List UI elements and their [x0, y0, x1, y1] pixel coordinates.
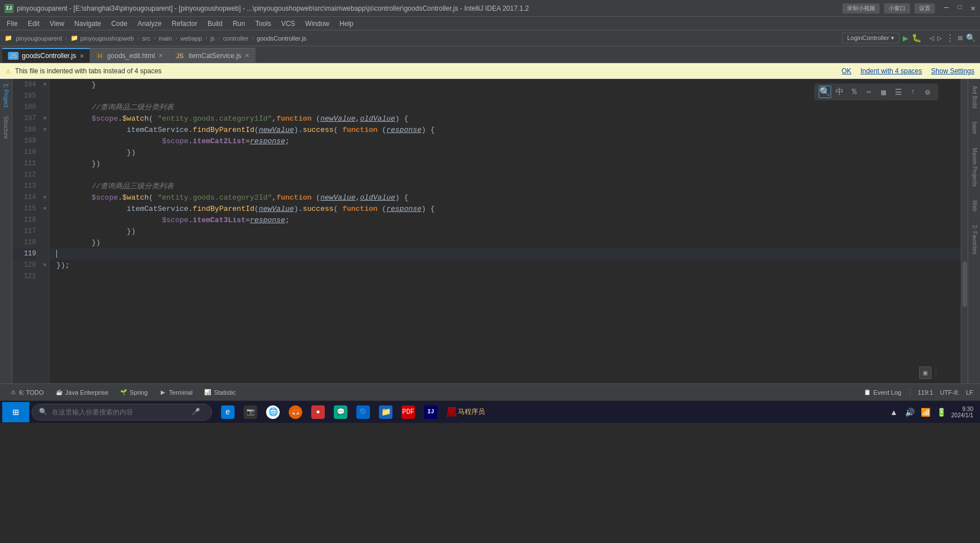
warning-actions: OK Indent with 4 spaces Show Settings	[842, 67, 974, 75]
run-button[interactable]: ▶	[903, 33, 908, 44]
record-btn[interactable]: 录制小视频	[842, 3, 880, 14]
maximize-btn[interactable]: □	[957, 3, 961, 14]
fold-108[interactable]: ▼	[41, 124, 50, 135]
warn-ok[interactable]: OK	[842, 67, 851, 75]
settings-btn[interactable]: 设置	[915, 3, 935, 14]
bottom-right-icons: ▣ ⋮	[919, 367, 938, 379]
tool-list-icon[interactable]: ☰	[892, 86, 904, 98]
tray-clock[interactable]: 9:30 2024/1/1	[951, 406, 973, 418]
br-icon-1[interactable]: ▣	[919, 367, 932, 379]
taskbar-firefox[interactable]: 🦊	[284, 403, 307, 422]
tool-search-icon[interactable]: 🔍	[819, 86, 831, 98]
taskbar-app5[interactable]: 🔵	[352, 403, 374, 422]
fold-115[interactable]: ▼	[41, 203, 50, 214]
tool-cut-icon[interactable]: ✂	[863, 86, 875, 98]
status-spring[interactable]: 🌱 Spring	[115, 387, 152, 398]
taskbar-search-input[interactable]	[52, 408, 187, 416]
tray-up-icon[interactable]: ▲	[888, 407, 899, 418]
breadcrumb-nav-fwd[interactable]: ▷	[937, 33, 942, 43]
tab-goodsedit[interactable]: H goods_edit.html ✕	[90, 48, 169, 63]
status-todo[interactable]: ⚠ 6: TODO	[5, 387, 48, 398]
sidebar-label-project[interactable]: 1: Project	[2, 79, 10, 112]
status-eventlog[interactable]: 📋 Event Log	[859, 387, 906, 398]
bc-webapp[interactable]: webapp	[180, 35, 202, 42]
tab-itemcatservice[interactable]: JS itemCatService.js ✕	[169, 48, 255, 63]
menu-view[interactable]: View	[45, 19, 69, 29]
bc-controller[interactable]: controller	[223, 35, 248, 42]
search-icon[interactable]: 🔍	[966, 33, 975, 43]
start-button[interactable]: ⊞	[2, 402, 29, 422]
menu-navigate[interactable]: Navigate	[70, 19, 105, 29]
code-editor[interactable]: 🔍 中 % ✂ ▦ ☰ ↑ ⚙ } //查询商品二级分类列表 $scope.$w…	[50, 79, 961, 383]
sidebar-base[interactable]: base	[968, 115, 980, 141]
menu-code[interactable]: Code	[107, 19, 132, 29]
grid-view-icon[interactable]: ⊞	[958, 33, 963, 43]
fold-104[interactable]: ▼	[41, 79, 50, 90]
menu-window[interactable]: Window	[301, 19, 334, 29]
fold-114[interactable]: ▼	[41, 192, 50, 203]
code-line-119[interactable]	[50, 248, 961, 259]
sidebar-web[interactable]: Web	[968, 193, 980, 218]
taskbar-app3[interactable]: ●	[307, 403, 329, 422]
tab-close-goodsedit[interactable]: ✕	[158, 52, 163, 59]
bc-js[interactable]: js	[210, 35, 215, 42]
scroll-thumb[interactable]	[963, 262, 967, 307]
sidebar-antbuild[interactable]: Ant Build	[968, 79, 980, 115]
menu-run[interactable]: Run	[228, 19, 250, 29]
menu-edit[interactable]: Edit	[23, 19, 44, 29]
more-options-icon[interactable]: ⋮	[946, 33, 955, 44]
close-btn[interactable]: ✕	[971, 3, 975, 14]
tray-battery-icon[interactable]: 🔋	[935, 407, 947, 418]
minimize-btn[interactable]: ─	[944, 3, 948, 14]
bc-pinyougoushopweb[interactable]: pinyougoushopweb	[81, 35, 134, 42]
tray-volume-icon[interactable]: 🔊	[904, 407, 915, 418]
fold-120[interactable]: ▼	[41, 259, 50, 271]
bc-file[interactable]: goodsController.js	[257, 35, 306, 42]
mic-icon[interactable]: 🎤	[192, 408, 200, 416]
taskbar-app2[interactable]: 📷	[239, 403, 262, 422]
tab-close-itemcatservice[interactable]: ✕	[245, 52, 249, 59]
taskbar-pdf[interactable]: PDF	[397, 403, 420, 422]
taskbar-app4[interactable]: 💬	[329, 403, 352, 422]
tray-network-icon[interactable]: 📶	[920, 407, 931, 418]
taskbar-search-box[interactable]: 🔍 🎤	[32, 404, 212, 421]
taskbar-chrome[interactable]: 🌐	[262, 403, 284, 422]
status-statistic[interactable]: 📊 Statistic	[199, 387, 240, 398]
menu-build[interactable]: Build	[203, 19, 227, 29]
miniwin-btn[interactable]: 小窗口	[884, 3, 910, 14]
tool-grid-icon[interactable]: ▦	[877, 86, 890, 98]
window-title: pinyougouparent - [E:\shanghai34\pinyoug…	[17, 5, 529, 12]
app-icon: IJ	[5, 4, 14, 13]
taskbar-edge[interactable]: e	[217, 403, 239, 422]
bc-pinyougouparent[interactable]: pinyougouparent	[16, 35, 62, 42]
status-terminal[interactable]: ▶ Terminal	[154, 387, 197, 398]
tab-goodscontroller[interactable]: JS goodsController.js ✕	[2, 48, 90, 63]
taskbar-intellij[interactable]: IJ	[420, 403, 442, 422]
bc-src[interactable]: src	[142, 35, 151, 42]
fold-107[interactable]: ▼	[41, 113, 50, 124]
vertical-scrollbar[interactable]	[961, 79, 968, 383]
sidebar-favorites[interactable]: 2: Favorites	[968, 218, 980, 261]
tool-percent-icon[interactable]: %	[848, 86, 860, 98]
tool-settings-icon[interactable]: ⚙	[921, 86, 934, 98]
tool-up-icon[interactable]: ↑	[907, 86, 919, 98]
menu-tools[interactable]: Tools	[251, 19, 276, 29]
status-java-enterprise[interactable]: ☕ Java Enterprise	[51, 387, 113, 398]
menu-help[interactable]: Help	[335, 19, 358, 29]
menu-analyze[interactable]: Analyze	[133, 19, 166, 29]
sidebar-label-structure[interactable]: Structure	[2, 112, 10, 144]
breadcrumb-nav-back[interactable]: ◁	[929, 33, 934, 43]
menu-file[interactable]: File	[2, 19, 22, 29]
menu-refactor[interactable]: Refactor	[167, 19, 202, 29]
debug-button[interactable]: 🐛	[912, 33, 921, 43]
taskbar-brand[interactable]: 黑 马程序员	[442, 403, 489, 422]
warn-settings[interactable]: Show Settings	[931, 67, 974, 75]
bc-main[interactable]: main	[158, 35, 172, 42]
sidebar-maven[interactable]: Maven Projects	[968, 141, 980, 193]
run-config-dropdown[interactable]: LoginController ▾	[842, 33, 899, 43]
menu-vcs[interactable]: VCS	[277, 19, 300, 29]
taskbar-filemanager[interactable]: 📁	[374, 403, 397, 422]
tool-cn-icon[interactable]: 中	[833, 86, 846, 98]
warn-indent[interactable]: Indent with 4 spaces	[860, 67, 922, 75]
tab-close-goodscontroller[interactable]: ✕	[80, 53, 84, 59]
